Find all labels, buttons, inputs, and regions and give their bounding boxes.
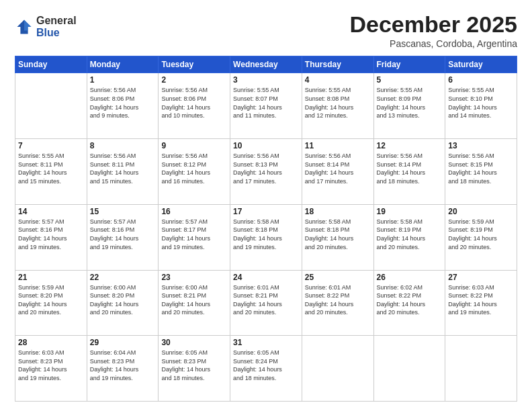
day-info: Sunrise: 5:56 AM Sunset: 8:13 PM Dayligh… [233, 152, 299, 185]
calendar-cell: 8Sunrise: 5:56 AM Sunset: 8:11 PM Daylig… [87, 139, 159, 205]
col-monday: Monday [87, 56, 159, 73]
day-info: Sunrise: 5:56 AM Sunset: 8:06 PM Dayligh… [90, 86, 156, 120]
calendar-cell: 26Sunrise: 6:02 AM Sunset: 8:22 PM Dayli… [373, 270, 445, 336]
day-number: 17 [233, 207, 299, 216]
day-number: 26 [377, 273, 443, 282]
day-number: 5 [377, 75, 443, 85]
col-wednesday: Wednesday [230, 56, 302, 73]
calendar-cell: 20Sunrise: 5:59 AM Sunset: 8:19 PM Dayli… [445, 204, 517, 270]
calendar-table: Sunday Monday Tuesday Wednesday Thursday… [15, 56, 517, 402]
day-number: 8 [90, 141, 156, 150]
day-number: 20 [448, 207, 514, 216]
calendar-cell: 29Sunrise: 6:04 AM Sunset: 8:23 PM Dayli… [87, 336, 159, 402]
day-info: Sunrise: 6:05 AM Sunset: 8:24 PM Dayligh… [233, 349, 299, 382]
title-block: December 2025 Pascanas, Cordoba, Argenti… [349, 12, 517, 49]
calendar-week-row-3: 14Sunrise: 5:57 AM Sunset: 8:16 PM Dayli… [15, 204, 517, 270]
col-friday: Friday [373, 56, 445, 73]
calendar-cell: 7Sunrise: 5:55 AM Sunset: 8:11 PM Daylig… [15, 139, 87, 205]
day-number: 18 [305, 207, 371, 216]
calendar-cell: 14Sunrise: 5:57 AM Sunset: 8:16 PM Dayli… [15, 204, 87, 270]
day-number: 10 [233, 141, 299, 150]
day-info: Sunrise: 5:58 AM Sunset: 8:19 PM Dayligh… [377, 218, 443, 251]
day-info: Sunrise: 5:55 AM Sunset: 8:11 PM Dayligh… [18, 152, 84, 185]
calendar-cell: 30Sunrise: 6:05 AM Sunset: 8:23 PM Dayli… [159, 336, 230, 402]
day-number: 9 [161, 141, 227, 150]
col-saturday: Saturday [445, 56, 517, 73]
col-tuesday: Tuesday [159, 56, 230, 73]
calendar-header-row: Sunday Monday Tuesday Wednesday Thursday… [15, 56, 517, 73]
day-number: 2 [161, 75, 227, 85]
calendar-week-row-5: 28Sunrise: 6:03 AM Sunset: 8:23 PM Dayli… [15, 336, 517, 402]
day-number: 16 [161, 207, 227, 216]
calendar-cell: 21Sunrise: 5:59 AM Sunset: 8:20 PM Dayli… [15, 270, 87, 336]
day-info: Sunrise: 5:56 AM Sunset: 8:14 PM Dayligh… [305, 152, 371, 185]
day-number: 4 [305, 75, 371, 85]
calendar-cell: 13Sunrise: 5:56 AM Sunset: 8:15 PM Dayli… [445, 139, 517, 205]
day-number: 27 [448, 273, 514, 282]
header: General Blue December 2025 Pascanas, Cor… [15, 12, 517, 49]
month-title: December 2025 [349, 12, 517, 37]
calendar-cell [373, 336, 445, 402]
calendar-cell: 27Sunrise: 6:03 AM Sunset: 8:22 PM Dayli… [445, 270, 517, 336]
day-info: Sunrise: 5:57 AM Sunset: 8:16 PM Dayligh… [90, 218, 156, 251]
day-number: 12 [377, 141, 443, 150]
logo-general-text: General [36, 15, 77, 27]
calendar-cell: 28Sunrise: 6:03 AM Sunset: 8:23 PM Dayli… [15, 336, 87, 402]
calendar-cell: 15Sunrise: 5:57 AM Sunset: 8:16 PM Dayli… [87, 204, 159, 270]
calendar-week-row-1: 1Sunrise: 5:56 AM Sunset: 8:06 PM Daylig… [15, 73, 517, 139]
day-info: Sunrise: 6:01 AM Sunset: 8:21 PM Dayligh… [233, 283, 299, 317]
calendar-cell: 3Sunrise: 5:55 AM Sunset: 8:07 PM Daylig… [230, 73, 302, 139]
day-number: 29 [90, 338, 156, 347]
day-number: 1 [90, 75, 156, 85]
day-number: 25 [305, 273, 371, 282]
day-info: Sunrise: 5:56 AM Sunset: 8:12 PM Dayligh… [161, 152, 227, 185]
day-info: Sunrise: 5:55 AM Sunset: 8:09 PM Dayligh… [377, 86, 443, 120]
day-number: 19 [377, 207, 443, 216]
calendar-cell: 6Sunrise: 5:55 AM Sunset: 8:10 PM Daylig… [445, 73, 517, 139]
calendar-cell [15, 73, 87, 139]
day-info: Sunrise: 5:55 AM Sunset: 8:07 PM Dayligh… [233, 86, 299, 120]
day-info: Sunrise: 5:59 AM Sunset: 8:19 PM Dayligh… [448, 218, 514, 251]
calendar-cell: 17Sunrise: 5:58 AM Sunset: 8:18 PM Dayli… [230, 204, 302, 270]
calendar-cell: 18Sunrise: 5:58 AM Sunset: 8:18 PM Dayli… [302, 204, 373, 270]
calendar-week-row-2: 7Sunrise: 5:55 AM Sunset: 8:11 PM Daylig… [15, 139, 517, 205]
page: General Blue December 2025 Pascanas, Cor… [0, 0, 532, 411]
day-info: Sunrise: 6:04 AM Sunset: 8:23 PM Dayligh… [90, 349, 156, 382]
calendar-cell: 12Sunrise: 5:56 AM Sunset: 8:14 PM Dayli… [373, 139, 445, 205]
logo-text: General Blue [36, 15, 77, 38]
calendar-cell: 23Sunrise: 6:00 AM Sunset: 8:21 PM Dayli… [159, 270, 230, 336]
day-number: 21 [18, 273, 84, 282]
calendar-cell: 24Sunrise: 6:01 AM Sunset: 8:21 PM Dayli… [230, 270, 302, 336]
logo-blue-text: Blue [36, 27, 77, 39]
day-info: Sunrise: 5:55 AM Sunset: 8:10 PM Dayligh… [448, 86, 514, 120]
day-number: 31 [233, 338, 299, 347]
day-info: Sunrise: 6:00 AM Sunset: 8:20 PM Dayligh… [90, 283, 156, 317]
day-number: 24 [233, 273, 299, 282]
calendar-cell: 25Sunrise: 6:01 AM Sunset: 8:22 PM Dayli… [302, 270, 373, 336]
day-number: 28 [18, 338, 84, 347]
day-number: 13 [448, 141, 514, 150]
day-info: Sunrise: 5:58 AM Sunset: 8:18 PM Dayligh… [305, 218, 371, 251]
day-info: Sunrise: 6:01 AM Sunset: 8:22 PM Dayligh… [305, 283, 371, 317]
calendar-cell [445, 336, 517, 402]
day-number: 7 [18, 141, 84, 150]
calendar-cell [302, 336, 373, 402]
day-info: Sunrise: 6:03 AM Sunset: 8:22 PM Dayligh… [448, 283, 514, 317]
calendar-week-row-4: 21Sunrise: 5:59 AM Sunset: 8:20 PM Dayli… [15, 270, 517, 336]
calendar-cell: 11Sunrise: 5:56 AM Sunset: 8:14 PM Dayli… [302, 139, 373, 205]
day-info: Sunrise: 5:59 AM Sunset: 8:20 PM Dayligh… [18, 283, 84, 317]
calendar-cell: 2Sunrise: 5:56 AM Sunset: 8:06 PM Daylig… [159, 73, 230, 139]
day-number: 23 [161, 273, 227, 282]
day-info: Sunrise: 5:56 AM Sunset: 8:14 PM Dayligh… [377, 152, 443, 185]
calendar-cell: 5Sunrise: 5:55 AM Sunset: 8:09 PM Daylig… [373, 73, 445, 139]
calendar-cell: 4Sunrise: 5:55 AM Sunset: 8:08 PM Daylig… [302, 73, 373, 139]
day-info: Sunrise: 5:56 AM Sunset: 8:15 PM Dayligh… [448, 152, 514, 185]
day-info: Sunrise: 5:56 AM Sunset: 8:11 PM Dayligh… [90, 152, 156, 185]
day-number: 22 [90, 273, 156, 282]
location-subtitle: Pascanas, Cordoba, Argentina [349, 38, 517, 49]
calendar-cell: 16Sunrise: 5:57 AM Sunset: 8:17 PM Dayli… [159, 204, 230, 270]
logo: General Blue [15, 15, 77, 38]
day-number: 11 [305, 141, 371, 150]
svg-marker-1 [24, 19, 32, 30]
calendar-cell: 19Sunrise: 5:58 AM Sunset: 8:19 PM Dayli… [373, 204, 445, 270]
